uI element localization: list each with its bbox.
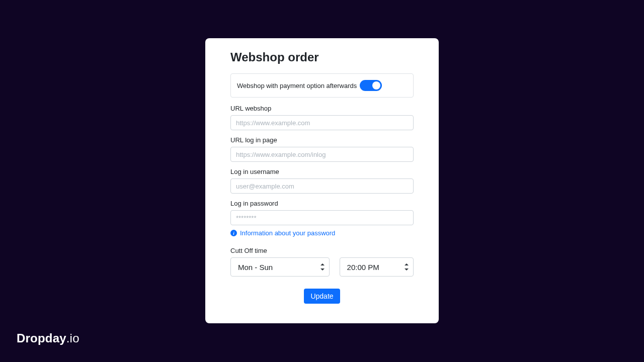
payment-afterwards-label: Webshop with payment option afterwards	[237, 82, 357, 89]
password-info-text: Information about your password	[240, 229, 335, 237]
webshop-order-card: Webshop order Webshop with payment optio…	[205, 38, 439, 323]
brand-light: .io	[66, 331, 79, 345]
cutoff-time-select[interactable]: 20:00 PM	[340, 257, 414, 277]
url-login-input[interactable]	[230, 147, 414, 162]
payment-afterwards-toggle[interactable]	[360, 80, 382, 91]
username-label: Log in username	[230, 168, 414, 175]
brand-bold: Dropday	[17, 331, 66, 345]
cutoff-time-value: 20:00 PM	[347, 263, 379, 272]
username-input[interactable]	[230, 178, 414, 194]
cutoff-day-wrap: Mon - Sun	[230, 257, 330, 277]
cutoff-label: Cutt Off time	[230, 247, 414, 254]
update-button[interactable]: Update	[304, 289, 340, 304]
brand-logo: Dropday.io	[17, 331, 79, 345]
toggle-knob	[372, 81, 380, 89]
password-info-link[interactable]: i Information about your password	[230, 229, 414, 237]
url-webshop-input[interactable]	[230, 115, 414, 130]
page-title: Webshop order	[230, 50, 414, 64]
password-input[interactable]	[230, 210, 414, 225]
info-circle-icon: i	[230, 230, 237, 236]
url-webshop-label: URL webshop	[230, 105, 414, 112]
submit-row: Update	[230, 289, 414, 304]
cutoff-row: Mon - Sun 20:00 PM	[230, 257, 414, 277]
password-label: Log in password	[230, 200, 414, 207]
cutoff-day-select[interactable]: Mon - Sun	[230, 257, 330, 277]
cutoff-day-value: Mon - Sun	[238, 263, 273, 272]
cutoff-time-wrap: 20:00 PM	[340, 257, 414, 277]
url-login-label: URL log in page	[230, 136, 414, 144]
payment-afterwards-toggle-row: Webshop with payment option afterwards	[230, 73, 414, 98]
